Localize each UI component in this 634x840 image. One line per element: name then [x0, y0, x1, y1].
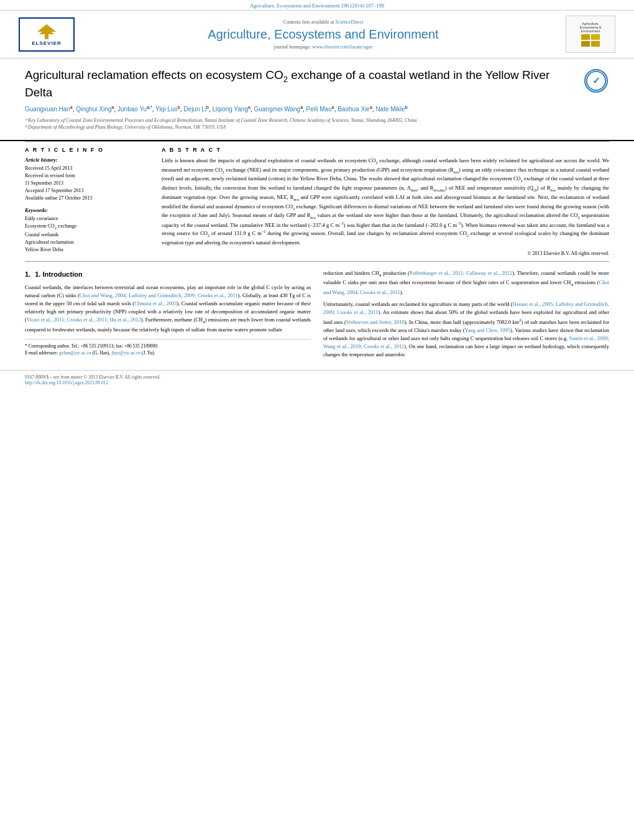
author-yiqi[interactable]: Yiqi Luo — [155, 106, 178, 113]
history-heading: Article history: — [25, 157, 149, 163]
journal-bar: Agriculture, Ecosystems and Environment … — [0, 0, 634, 11]
header-center: Contents lists available at ScienceDirec… — [87, 19, 559, 50]
email2-name: (J. Yu). — [142, 350, 155, 356]
received-date: Received 15 April 2013 — [25, 165, 149, 172]
crossmark-badge[interactable]: ✓ — [584, 69, 609, 94]
ref-verhoeven[interactable]: Verhoeven and Setter, 2010 — [346, 318, 405, 325]
author-nate[interactable]: Nate Mikle — [375, 106, 405, 113]
abstract-section: A B S T R A C T Little is known about th… — [162, 147, 609, 256]
crossmark-icon[interactable]: ✓ — [584, 69, 608, 93]
logo-cell-2 — [591, 34, 600, 40]
keyword-2: Ecosystem CO2 exchange — [25, 223, 149, 231]
ref-vicari[interactable]: Vicari et al., 2011; Crooks et al., 2011… — [27, 316, 141, 323]
ref-choi-2004[interactable]: Choi and Wang, 2004; Laffoley and Grimsd… — [80, 292, 238, 298]
ref-choi-2004b[interactable]: Choi and Wang, 2004; Crooks et al., 2011 — [323, 279, 609, 295]
keyword-3: Coastal wetlands — [25, 231, 149, 239]
article-title-row: Agricultural reclamation effects on ecos… — [25, 68, 609, 100]
affiliations: ᵃ Key Laboratory of Coastal Zone Environ… — [25, 117, 609, 131]
issn-text: 0167-8809/$ – see front matter © 2013 El… — [25, 374, 160, 380]
ref-yang-chen[interactable]: Yang and Chen, 1995 — [464, 327, 510, 333]
contents-text: Contents lists available at — [283, 19, 334, 25]
elsevier-label: ELSEVIER — [32, 40, 62, 46]
abstract-heading: A B S T R A C T — [162, 147, 609, 153]
abstract-text: Little is known about the impacts of agr… — [162, 157, 609, 247]
issn-line: 0167-8809/$ – see front matter © 2013 El… — [25, 374, 160, 385]
logo-cell-3 — [581, 41, 590, 47]
affiliation-b: ᵇ Department of Microbiology and Plant B… — [25, 124, 609, 131]
ref-chmura[interactable]: Chmura et al., 2003 — [134, 300, 177, 307]
article-info: A R T I C L E I N F O Article history: R… — [25, 147, 149, 254]
author-liqiong[interactable]: Liqiong Yang — [213, 106, 248, 113]
doi-link[interactable]: http://dx.doi.org/10.1016/j.agee.2013.09… — [25, 380, 108, 385]
history-section: Article history: Received 15 April 2013 … — [25, 157, 149, 202]
header-area: ELSEVIER Contents lists available at Sci… — [0, 11, 634, 58]
and-text: and — [376, 351, 384, 358]
ref-santin[interactable]: Santín et al., 2009; Wang et al., 2010; … — [323, 335, 609, 349]
introduction-heading: 1. 1. Introduction — [25, 269, 311, 280]
svg-rect-3 — [45, 34, 48, 39]
section-number: 1. — [25, 270, 30, 278]
sciencedirect-link[interactable]: ScienceDirect — [336, 19, 364, 25]
copyright-line: © 2013 Elsevier B.V. All rights reserved… — [162, 251, 609, 256]
elsevier-logo-area: ELSEVIER — [19, 17, 87, 52]
journal-homepage: journal homepage: www.elsevier.com/locat… — [87, 44, 559, 50]
main-content: 1. 1. Introduction Coastal wetlands, the… — [0, 262, 634, 371]
email-label: E-mail addresses: — [25, 350, 58, 356]
journal-logo: Agriculture,Ecosystems &Environment — [566, 16, 615, 53]
email-link-2[interactable]: jbyu@yic.ac.cn — [111, 350, 140, 356]
article-info-col: A R T I C L E I N F O Article history: R… — [25, 147, 149, 256]
article-title: Agricultural reclamation effects on ecos… — [25, 68, 578, 100]
intro-paragraph-1: Coastal wetlands, the interfaces between… — [25, 284, 311, 335]
author-qinghui[interactable]: Qinghui Xing — [76, 106, 111, 113]
author-peili[interactable]: Peili Mao — [306, 106, 332, 113]
main-col-right: reduction and hinders CH4 production (Po… — [323, 269, 609, 363]
authors-line: Guangxuan Hana, Qinghui Xinga, Junbao Yu… — [25, 105, 609, 113]
page: Agriculture, Ecosystems and Environment … — [0, 0, 634, 389]
footnote-corresponding: * Corresponding author. Tel.: +86 535 21… — [25, 343, 311, 350]
keyword-1: Eddy covariance — [25, 215, 149, 223]
ref-poffenbarger[interactable]: Poffenbarger et al., 2011; Callaway et a… — [410, 270, 512, 276]
author-junbao[interactable]: Junbao Yu — [117, 106, 147, 113]
email-link-1[interactable]: gxhan@yic.ac.cn — [59, 350, 91, 356]
footnote-area: * Corresponding author. Tel.: +86 535 21… — [25, 339, 311, 356]
title-co2-sub: 2 — [283, 75, 288, 84]
article-info-abstract-area: A R T I C L E I N F O Article history: R… — [0, 142, 634, 261]
keywords-section: Keywords: Eddy covariance Ecosystem CO2 … — [25, 207, 149, 254]
homepage-label: journal homepage: — [274, 44, 311, 50]
author-dejun[interactable]: Dejun Li — [183, 106, 206, 113]
intro-paragraph-3: Unfortunately, coastal wetlands are recl… — [323, 300, 609, 359]
keyword-5: Yellow River Delta — [25, 246, 149, 254]
article-area: Agricultural reclamation effects on ecos… — [0, 58, 634, 141]
svg-text:✓: ✓ — [592, 75, 600, 86]
introduction-label: 1. Introduction — [35, 270, 82, 278]
main-col-left: 1. 1. Introduction Coastal wetlands, the… — [25, 269, 311, 363]
received-revised-date: 11 September 2013 — [25, 180, 149, 187]
abstract-col: A B S T R A C T Little is known about th… — [162, 147, 609, 256]
accepted-date: Accepted 17 September 2013 — [25, 187, 149, 195]
header-right: Agriculture,Ecosystems &Environment — [559, 16, 615, 53]
available-date: Available online 27 October 2013 — [25, 195, 149, 202]
affiliation-a: ᵃ Key Laboratory of Coastal Zone Environ… — [25, 117, 609, 124]
author-guangxuan[interactable]: Guangxuan Han — [25, 106, 70, 113]
bottom-bar: 0167-8809/$ – see front matter © 2013 El… — [0, 370, 634, 389]
logo-cell-1 — [581, 34, 590, 40]
keywords-heading: Keywords: — [25, 207, 149, 213]
title-part1: Agricultural reclamation effects on ecos… — [25, 68, 283, 81]
elsevier-tree-icon — [31, 23, 62, 40]
homepage-link[interactable]: www.elsevier.com/locate/agee — [312, 44, 372, 50]
logo-cell-4 — [591, 41, 600, 47]
keyword-4: Agricultural reclamation — [25, 239, 149, 246]
email1-name: (G. Han), — [93, 350, 111, 356]
footnote-email: E-mail addresses: gxhan@yic.ac.cn (G. Ha… — [25, 350, 311, 357]
author-guangmei[interactable]: Guangmei Wang — [254, 106, 300, 113]
journal-title: Agriculture, Ecosystems and Environment — [87, 27, 559, 42]
article-info-heading: A R T I C L E I N F O — [25, 147, 149, 153]
journal-citation: Agriculture, Ecosystems and Environment … — [250, 2, 384, 9]
ref-hassan[interactable]: Hassan et al., 2005; Laffoley and Grimsd… — [323, 301, 609, 315]
received-revised-label: Received in revised form — [25, 172, 149, 180]
intro-paragraph-2: reduction and hinders CH4 production (Po… — [323, 269, 609, 297]
contents-line: Contents lists available at ScienceDirec… — [87, 19, 559, 25]
author-baohua[interactable]: Baohua Xie — [338, 106, 370, 113]
